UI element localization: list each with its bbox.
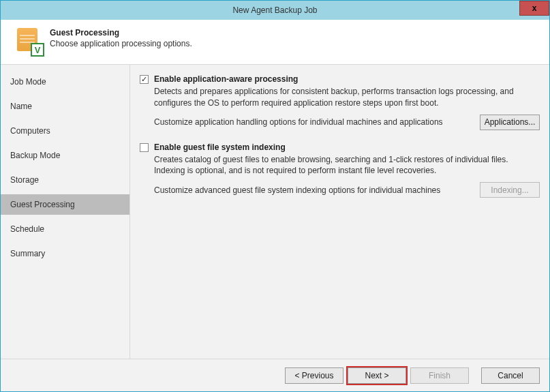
sidebar-item-summary[interactable]: Summary [1,243,129,264]
finish-button: Finish [410,367,469,384]
app-aware-section: Enable application-aware processing Dete… [140,74,540,130]
previous-button[interactable]: < Previous [285,367,343,384]
app-aware-checkbox[interactable] [140,75,149,84]
indexing-checkbox[interactable] [140,143,149,152]
veeam-badge-icon: V [31,43,44,57]
page-subtitle: Choose application processing options. [50,39,192,48]
indexing-section: Enable guest file system indexing Create… [140,142,540,198]
sidebar-item-guest-processing[interactable]: Guest Processing [1,194,129,215]
cancel-button[interactable]: Cancel [481,367,540,384]
sidebar-item-storage[interactable]: Storage [1,170,129,190]
content-panel: Enable application-aware processing Dete… [130,65,549,359]
applications-button[interactable]: Applications... [480,115,540,130]
close-button[interactable]: x [519,1,549,16]
sidebar-item-job-mode[interactable]: Job Mode [1,72,129,92]
indexing-button: Indexing... [480,182,540,198]
sidebar-item-computers[interactable]: Computers [1,121,129,141]
wizard-footer: < Previous Next > Finish Cancel [1,359,549,391]
app-aware-description: Detects and prepares applications for co… [154,86,522,109]
wizard-window: New Agent Backup Job x V Guest Processin… [0,0,550,392]
sidebar-item-schedule[interactable]: Schedule [1,219,129,239]
indexing-label: Enable guest file system indexing [154,142,286,152]
header-icon: V [13,27,43,57]
header: V Guest Processing Choose application pr… [1,20,549,65]
wizard-body: Job Mode Name Computers Backup Mode Stor… [1,65,549,359]
sidebar: Job Mode Name Computers Backup Mode Stor… [1,65,130,359]
sidebar-item-name[interactable]: Name [1,96,129,117]
next-button[interactable]: Next > [348,367,406,384]
window-title: New Agent Backup Job [232,5,317,15]
app-aware-label: Enable application-aware processing [154,74,298,84]
titlebar: New Agent Backup Job x [1,1,549,20]
indexing-customize-text: Customize advanced guest file system ind… [154,185,480,195]
indexing-description: Creates catalog of guest files to enable… [154,154,522,177]
page-title: Guest Processing [50,28,192,37]
close-icon: x [532,3,537,13]
app-aware-customize-text: Customize application handling options f… [154,117,480,127]
sidebar-item-backup-mode[interactable]: Backup Mode [1,145,129,166]
